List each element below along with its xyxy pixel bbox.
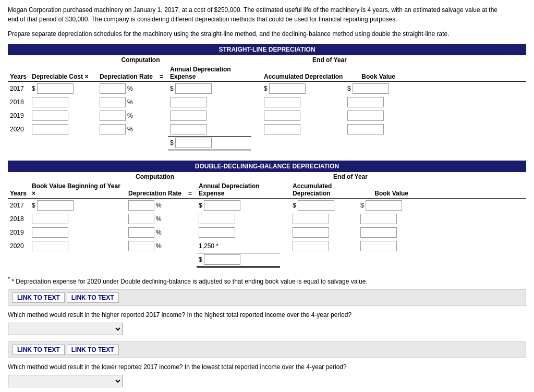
dd-accum-2020[interactable]	[293, 241, 329, 251]
sl-dep-rate-2020[interactable]	[100, 124, 126, 134]
sl-col-years: Years	[8, 65, 30, 82]
dd-col-book-value: Book Value	[358, 181, 410, 199]
dd-col-annual: Annual Depreciation Expense	[197, 181, 280, 199]
sl-accum-2018[interactable]	[264, 97, 300, 107]
dd-col-equals: =	[186, 181, 197, 199]
sl-annual-total[interactable]	[175, 138, 212, 148]
dd-year-2018: 2018	[8, 212, 30, 226]
sl-accum-2020[interactable]	[264, 124, 300, 134]
sl-col-dep-cost: Depreciable Cost ×	[30, 65, 98, 82]
straight-line-section: STRAIGHT-LINE DEPRECIATION Computation E…	[8, 44, 526, 151]
dd-col-bv-beg: Book Value Beginning of Year ×	[30, 181, 126, 199]
dd-row-2020: 2020 % 1,250 *	[8, 239, 526, 253]
question-1: Which method would result in the higher …	[8, 311, 526, 318]
sl-dep-cost-2017[interactable]	[37, 83, 74, 94]
sl-annual-2019[interactable]	[170, 111, 207, 121]
dd-annual-2018[interactable]	[199, 214, 235, 224]
question-2-select[interactable]: Straight-line Double-declining-balance	[8, 375, 123, 387]
dd-accum-2018[interactable]	[293, 214, 329, 224]
dd-col-years: Years	[8, 181, 30, 199]
dd-title: DOUBLE-DECLINING-BALANCE DEPRECIATION	[8, 161, 526, 172]
dd-year-2017: 2017	[8, 199, 30, 213]
sl-book-2018[interactable]	[347, 97, 384, 107]
dd-bv-beg-2019[interactable]	[32, 227, 68, 238]
sl-dep-cost-2018[interactable]	[32, 97, 68, 107]
sl-col-annual: Annual Depreciation Expense	[168, 65, 251, 82]
question-1-select[interactable]: Straight-line Double-declining-balance	[8, 323, 123, 335]
footnote: * * Depreciation expense for 2020 under …	[8, 276, 526, 285]
question-2: Which method would result in the lower r…	[8, 363, 526, 371]
sl-col-dep-rate: Depreciation Rate	[98, 65, 157, 82]
sl-year-2018: 2018	[8, 95, 30, 109]
dd-dep-rate-2020[interactable]	[128, 241, 154, 251]
sl-row-2017: 2017 $ % $	[8, 82, 526, 96]
dd-book-2019[interactable]	[360, 227, 397, 238]
sl-total-row: $	[8, 137, 526, 151]
dd-bv-beg-2018[interactable]	[32, 214, 68, 224]
dd-bv-beg-2017[interactable]	[37, 200, 74, 211]
dd-total-row: $	[8, 253, 526, 267]
sl-dep-rate-2017[interactable]	[100, 83, 126, 94]
sl-book-2019[interactable]	[347, 111, 384, 121]
link-bar-2: LINK TO TEXT LINK TO TEXT	[8, 341, 526, 358]
sl-dep-rate-2019[interactable]	[100, 111, 126, 121]
sl-title: STRAIGHT-LINE DEPRECIATION	[8, 44, 526, 55]
sl-years-spacer	[8, 55, 30, 65]
sl-accum-2017[interactable]	[269, 83, 306, 94]
dd-2020-note: 1,250 *	[199, 242, 219, 250]
sl-dep-rate-2018[interactable]	[100, 97, 126, 107]
dd-row-2017: 2017 $ % $	[8, 199, 526, 213]
link-btn-2a[interactable]: LINK TO TEXT	[13, 345, 65, 355]
dd-year-2019: 2019	[8, 226, 30, 239]
sl-book-2020[interactable]	[347, 124, 384, 134]
link-btn-2b[interactable]: LINK TO TEXT	[67, 345, 119, 355]
sl-year-2020: 2020	[8, 123, 30, 137]
sl-col-equals: =	[157, 65, 168, 82]
sl-annual-2017[interactable]	[175, 83, 212, 94]
link-bar-1: LINK TO TEXT LINK TO TEXT	[8, 289, 526, 306]
sl-computation-label: Computation	[30, 55, 251, 65]
dd-col-dep-rate: Depreciation Rate	[126, 181, 186, 199]
sl-row-2018: 2018 %	[8, 95, 526, 109]
sl-row-2020: 2020 %	[8, 123, 526, 137]
dd-bv-beg-2020[interactable]	[32, 241, 68, 251]
sl-annual-2020[interactable]	[170, 124, 207, 134]
sl-col-accumulated: Accumulated Depreciation	[262, 65, 345, 82]
sl-year-2017: 2017	[8, 82, 30, 96]
sl-spacer2	[251, 55, 262, 65]
link-btn-1a[interactable]: LINK TO TEXT	[13, 292, 65, 303]
dd-row-2018: 2018 %	[8, 212, 526, 226]
sl-annual-2018[interactable]	[170, 97, 207, 107]
sl-row-2019: 2019 %	[8, 109, 526, 123]
dd-section: DOUBLE-DECLINING-BALANCE DEPRECIATION Co…	[8, 161, 526, 268]
dd-annual-2017[interactable]	[204, 200, 240, 211]
sl-col-book-value: Book Value	[345, 65, 397, 82]
sl-dep-cost-2019[interactable]	[32, 111, 68, 121]
dd-dep-rate-2018[interactable]	[128, 214, 154, 224]
dd-book-2017[interactable]	[366, 200, 402, 211]
asterisk: *	[8, 276, 10, 282]
intro-paragraph: Megan Corporation purchased machinery on…	[8, 5, 526, 24]
dd-book-2020[interactable]	[360, 241, 397, 251]
sl-book-2017[interactable]	[353, 83, 389, 94]
link-btn-1b[interactable]: LINK TO TEXT	[67, 292, 119, 303]
dd-computation-label: Computation	[30, 172, 280, 181]
dd-accum-2019[interactable]	[293, 227, 329, 238]
dd-col-accumulated: Accumulated Depreciation	[290, 181, 358, 199]
dd-row-2019: 2019 %	[8, 226, 526, 239]
dd-annual-total[interactable]	[204, 254, 240, 265]
dd-dep-rate-2019[interactable]	[128, 227, 154, 238]
sl-dep-cost-2020[interactable]	[32, 124, 68, 134]
sl-endyear-label: End of Year	[262, 55, 397, 65]
dd-annual-2019[interactable]	[199, 227, 235, 238]
dd-accum-2017[interactable]	[298, 200, 334, 211]
sl-accum-2019[interactable]	[264, 111, 300, 121]
instruction-text: Prepare separate depreciation schedules …	[8, 30, 526, 38]
dd-year-2020: 2020	[8, 239, 30, 253]
dd-book-2018[interactable]	[360, 214, 397, 224]
dd-dep-rate-2017[interactable]	[128, 200, 154, 211]
dd-endyear-label: End of Year	[290, 172, 410, 181]
sl-year-2019: 2019	[8, 109, 30, 123]
